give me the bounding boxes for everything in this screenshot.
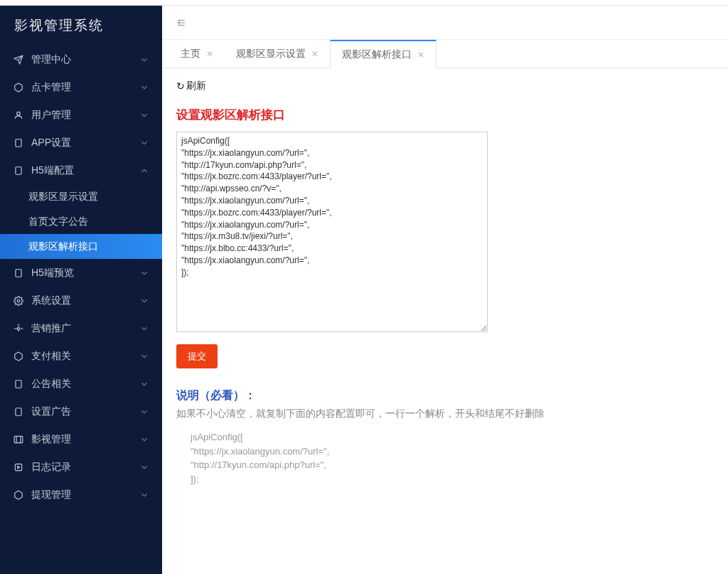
tab-label: 观影区解析接口 xyxy=(342,48,412,61)
tab-label: 主页 xyxy=(181,48,200,60)
svg-rect-6 xyxy=(16,380,21,388)
chevron-down-icon xyxy=(139,268,149,278)
sidebar-item-ads[interactable]: 设置广告 xyxy=(0,398,162,425)
menu-label: H5端配置 xyxy=(31,164,74,177)
menu-label: 支付相关 xyxy=(31,350,71,363)
chevron-down-icon xyxy=(139,324,149,334)
svg-rect-9 xyxy=(15,464,21,470)
content-area: ↻ 刷新 设置观影区解析接口 提交 说明（必看）： 如果不小心清空，就复制下面的… xyxy=(162,68,728,574)
refresh-label: 刷新 xyxy=(186,80,206,92)
menu-label: 设置广告 xyxy=(31,405,71,418)
submenu-display-settings[interactable]: 观影区显示设置 xyxy=(0,184,162,209)
code-line: "http://17kyun.com/api.php?url=", xyxy=(191,458,714,472)
menu-label: 管理中心 xyxy=(31,53,71,66)
sidebar-item-marketing[interactable]: 营销推广 xyxy=(0,314,162,342)
tablet-icon xyxy=(13,137,24,149)
cube-icon xyxy=(13,82,24,93)
menu-label: 提现管理 xyxy=(31,489,71,501)
example-code: jsApiConfig([ "https://jx.xiaolangyun.co… xyxy=(176,430,714,486)
film-icon xyxy=(13,434,24,445)
tab-display-settings[interactable]: 观影区显示设置 ✕ xyxy=(225,40,330,68)
chevron-down-icon xyxy=(139,407,149,417)
sidebar-item-h5-config[interactable]: H5端配置 xyxy=(0,156,162,184)
main-area: 主页 ✕ 观影区显示设置 ✕ 观影区解析接口 ✕ ↻ 刷新 设置观影区解析接口 … xyxy=(162,6,728,574)
svg-marker-10 xyxy=(18,466,20,469)
sidebar-item-card-management[interactable]: 点卡管理 xyxy=(0,73,162,101)
play-icon xyxy=(13,462,24,473)
svg-rect-2 xyxy=(16,166,21,174)
chevron-down-icon xyxy=(139,83,149,92)
chevron-down-icon xyxy=(139,351,149,361)
menu-label: 系统设置 xyxy=(31,294,71,307)
submenu-parse-api[interactable]: 观影区解析接口 xyxy=(0,234,162,259)
sidebar-item-payment[interactable]: 支付相关 xyxy=(0,342,162,370)
sidebar-item-user-management[interactable]: 用户管理 xyxy=(0,101,162,129)
sidebar-item-management-center[interactable]: 管理中心 xyxy=(0,46,162,73)
submenu-homepage-notice[interactable]: 首页文字公告 xyxy=(0,209,162,234)
tab-parse-api[interactable]: 观影区解析接口 ✕ xyxy=(330,40,437,68)
svg-rect-7 xyxy=(16,408,21,415)
chevron-up-icon xyxy=(139,166,149,176)
menu-label: 影视管理 xyxy=(31,433,71,446)
app-title: 影视管理系统 xyxy=(0,6,162,46)
submit-button[interactable]: 提交 xyxy=(176,344,218,368)
svg-rect-1 xyxy=(16,139,21,147)
section-title: 设置观影区解析接口 xyxy=(176,107,714,123)
code-line: ]); xyxy=(191,472,714,487)
close-icon[interactable]: ✕ xyxy=(417,50,424,60)
note-text: 如果不小心清空，就复制下面的内容配置即可，一行一个解析，开头和结尾不好删除 xyxy=(176,408,714,420)
sidebar-collapse-toggle[interactable] xyxy=(162,6,728,40)
sidebar: 影视管理系统 管理中心 点卡管理 用户管理 APP设置 H5端配置 xyxy=(0,6,162,574)
user-icon xyxy=(13,110,24,121)
tablet-icon xyxy=(13,378,24,390)
svg-point-0 xyxy=(17,112,21,115)
tab-label: 观影区显示设置 xyxy=(236,48,306,60)
chevron-down-icon xyxy=(139,138,149,148)
close-icon[interactable]: ✕ xyxy=(311,49,318,59)
svg-rect-8 xyxy=(14,436,23,442)
menu-label: APP设置 xyxy=(31,137,71,149)
chevron-down-icon xyxy=(139,55,149,65)
submenu-label: 首页文字公告 xyxy=(28,216,88,228)
svg-rect-3 xyxy=(16,269,21,277)
config-textarea[interactable] xyxy=(176,132,488,332)
sidebar-item-system-settings[interactable]: 系统设置 xyxy=(0,287,162,314)
chevron-down-icon xyxy=(139,110,149,120)
refresh-icon: ↻ xyxy=(176,80,185,92)
note-title: 说明（必看）： xyxy=(176,388,714,403)
gear-icon xyxy=(13,295,24,307)
paper-plane-icon xyxy=(13,54,24,65)
menu-label: 用户管理 xyxy=(31,109,71,122)
code-line: "https://jx.xiaolangyun.com/?url=", xyxy=(191,445,714,459)
tablet-icon xyxy=(13,267,24,279)
chevron-down-icon xyxy=(139,490,149,500)
chevron-down-icon xyxy=(139,435,149,445)
submenu-label: 观影区解析接口 xyxy=(28,240,98,253)
sidebar-item-h5-preview[interactable]: H5端预览 xyxy=(0,259,162,287)
chevron-down-icon xyxy=(139,379,149,389)
submenu-label: 观影区显示设置 xyxy=(28,191,98,203)
cube-icon xyxy=(13,351,24,362)
sidebar-item-video-management[interactable]: 影视管理 xyxy=(0,425,162,453)
tablet-icon xyxy=(13,165,24,176)
sidebar-item-app-settings[interactable]: APP设置 xyxy=(0,129,162,156)
gear-icon xyxy=(13,323,24,334)
refresh-button[interactable]: ↻ 刷新 xyxy=(176,80,206,92)
menu-label: 日志记录 xyxy=(31,461,71,474)
tablet-icon xyxy=(13,406,24,418)
menu-label: 公告相关 xyxy=(31,378,71,390)
chevron-down-icon xyxy=(139,462,149,472)
svg-point-4 xyxy=(17,299,20,302)
sidebar-item-notice[interactable]: 公告相关 xyxy=(0,370,162,398)
sidebar-item-withdraw[interactable]: 提现管理 xyxy=(0,481,162,509)
tabs-bar: 主页 ✕ 观影区显示设置 ✕ 观影区解析接口 ✕ xyxy=(162,40,728,68)
code-line: jsApiConfig([ xyxy=(191,430,714,445)
menu-label: 营销推广 xyxy=(31,322,71,335)
menu-label: H5端预览 xyxy=(31,267,74,280)
close-icon[interactable]: ✕ xyxy=(206,49,213,59)
chevron-down-icon xyxy=(139,296,149,306)
sidebar-item-logs[interactable]: 日志记录 xyxy=(0,453,162,481)
cube-icon xyxy=(13,489,24,501)
tab-home[interactable]: 主页 ✕ xyxy=(169,40,225,68)
menu-label: 点卡管理 xyxy=(31,81,71,94)
